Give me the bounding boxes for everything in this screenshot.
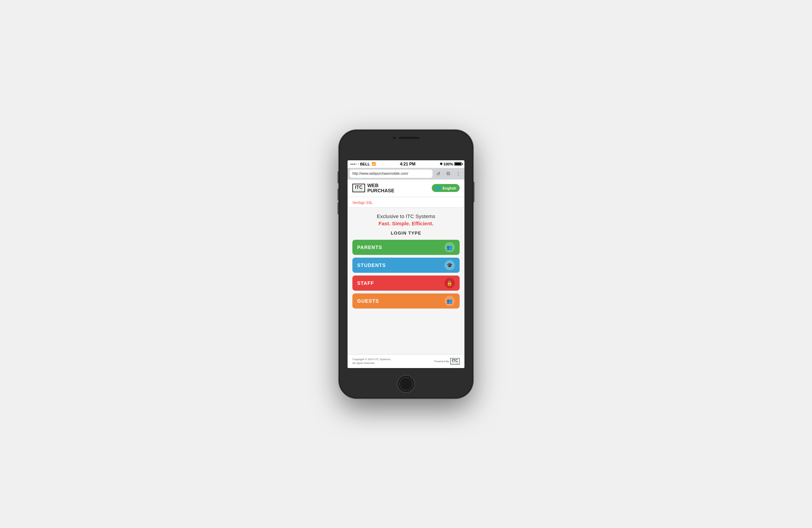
parents-label: PARENTS	[357, 245, 382, 250]
tagline-fast: Fast. Simple. Efficient.	[378, 220, 434, 226]
battery-fill	[455, 163, 461, 165]
guests-button[interactable]: GUESTS 👥	[352, 293, 460, 309]
footer-powered: Powered By ITC SYSTEMS	[434, 358, 460, 365]
reload-button[interactable]: ↺	[434, 170, 442, 178]
guests-icon: 👥	[445, 296, 455, 306]
status-time: 4:21 PM	[400, 162, 415, 166]
front-camera	[393, 136, 396, 140]
logo-area: ITC SYSTEMS WEB PURCHASE	[352, 183, 394, 194]
language-button[interactable]: 🌐 English	[432, 184, 460, 192]
systems-text: SYSTEMS	[354, 190, 363, 191]
signal-dots: ●●●○○	[350, 163, 359, 165]
globe-icon: 🌐	[435, 185, 441, 191]
main-content: Exclusive to ITC Systems Fast. Simple. E…	[348, 208, 464, 354]
status-left: ●●●○○ BELL 📶	[350, 162, 376, 166]
scene: ●●●○○ BELL 📶 4:21 PM ✱ 100% http://www.w…	[0, 0, 812, 528]
powered-by-label: Powered By	[434, 360, 449, 363]
logo-line1: WEB	[367, 183, 394, 188]
menu-button[interactable]: ⋮	[454, 170, 462, 178]
status-bar: ●●●○○ BELL 📶 4:21 PM ✱ 100%	[348, 160, 464, 168]
logo-title: WEB PURCHASE	[367, 183, 394, 194]
logo-line2: PURCHASE	[367, 188, 394, 193]
wifi-icon: 📶	[372, 162, 376, 166]
iphone-top-bar	[378, 136, 434, 140]
url-text: http://www.webpurchasemobile.com/	[352, 172, 408, 175]
home-button[interactable]	[397, 375, 415, 393]
tagline-exclusive: Exclusive to ITC Systems	[377, 213, 435, 219]
site-footer: Copyright © 2014 ITC Systems.All rights …	[348, 354, 464, 368]
guests-label: GUESTS	[357, 298, 379, 304]
students-icon: 🎓	[445, 260, 455, 270]
verisign-bar: VeriSign SSL	[348, 197, 464, 208]
battery-icon	[454, 162, 462, 166]
phone-screen: ●●●○○ BELL 📶 4:21 PM ✱ 100% http://www.w…	[348, 160, 464, 368]
carrier-label: BELL	[360, 162, 370, 166]
staff-icon: 🔒	[445, 278, 455, 288]
url-bar[interactable]: http://www.webpurchasemobile.com/	[350, 170, 432, 178]
earpiece-speaker	[399, 137, 419, 139]
site-header: ITC SYSTEMS WEB PURCHASE 🌐 English	[348, 180, 464, 197]
login-buttons: PARENTS 👥 STUDENTS 🎓 STAFF 🔒 GUESTS	[352, 240, 460, 309]
browser-chrome: http://www.webpurchasemobile.com/ ↺ ⧉ ⋮	[348, 168, 464, 180]
parents-button[interactable]: PARENTS 👥	[352, 240, 460, 255]
iphone-frame: ●●●○○ BELL 📶 4:21 PM ✱ 100% http://www.w…	[339, 130, 473, 398]
itc-text: ITC	[355, 185, 363, 190]
website-content: ITC SYSTEMS WEB PURCHASE 🌐 English	[348, 180, 464, 368]
staff-button[interactable]: STAFF 🔒	[352, 276, 460, 291]
bluetooth-icon: ✱	[440, 162, 442, 166]
parents-icon: 👥	[445, 242, 455, 252]
verisign-label: VeriSign SSL	[352, 201, 373, 205]
status-right: ✱ 100%	[440, 162, 462, 166]
students-label: STUDENTS	[357, 262, 386, 268]
copyright-text: Copyright © 2014 ITC Systems.All rights …	[352, 358, 391, 365]
language-label: English	[442, 186, 456, 190]
login-type-label: LOGIN TYPE	[391, 230, 421, 236]
footer-copyright: Copyright © 2014 ITC Systems.All rights …	[352, 357, 391, 365]
staff-label: STAFF	[357, 280, 374, 286]
itc-logo: ITC SYSTEMS	[352, 184, 365, 192]
home-button-inner	[399, 377, 413, 390]
students-button[interactable]: STUDENTS 🎓	[352, 258, 460, 273]
footer-itc-logo: ITC SYSTEMS	[450, 358, 460, 365]
tabs-button[interactable]: ⧉	[444, 170, 452, 178]
battery-percent: 100%	[443, 162, 453, 166]
footer-systems-text: SYSTEMS	[451, 363, 459, 364]
